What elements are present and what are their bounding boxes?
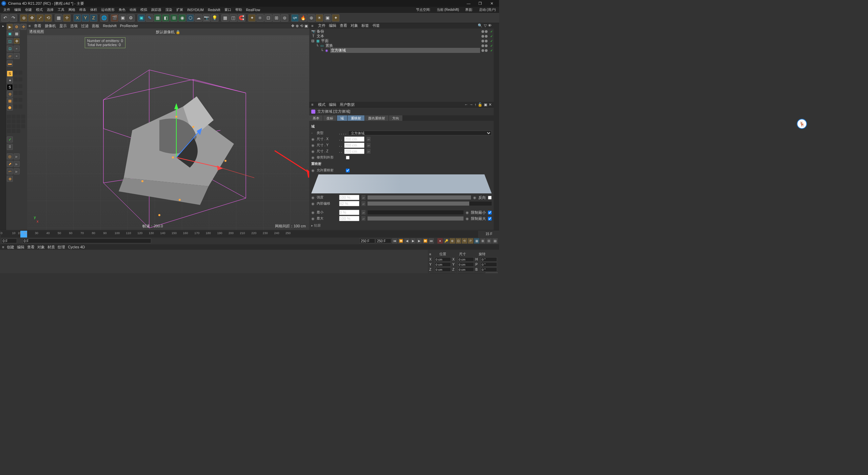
frame-start-a[interactable]	[1, 239, 17, 243]
menu-item[interactable]: 选择	[45, 7, 56, 13]
max-slider[interactable]	[368, 216, 463, 221]
x-axis-button[interactable]: X	[74, 14, 81, 22]
tree-row[interactable]: └ ◉ 立方体域 ✓	[310, 48, 493, 53]
rs-ipr[interactable]: 🔥	[299, 14, 307, 22]
play-back-button[interactable]: ▶	[410, 238, 416, 244]
scale-tool[interactable]: ⤢	[36, 14, 44, 22]
attr-tab[interactable]: 方向	[389, 115, 403, 121]
axis-mode[interactable]: ✥	[14, 38, 20, 44]
snap-toggle[interactable]: 🧲	[238, 14, 245, 22]
attr-menu-item[interactable]: 用户数据	[340, 102, 355, 107]
layout-value[interactable]: 启动 (用户)	[477, 7, 498, 13]
size-y[interactable]	[458, 262, 474, 267]
vp-menu-item[interactable]: ProRender	[120, 24, 138, 28]
pos-x[interactable]	[435, 257, 451, 262]
dots-icon[interactable]: ⠿	[7, 144, 13, 150]
menu-item[interactable]: 窗口	[222, 7, 233, 13]
attr-tab[interactable]: 重映射	[348, 115, 365, 121]
rs-proxy[interactable]: ▣	[324, 14, 331, 22]
menu-item[interactable]: 扩展	[174, 7, 185, 13]
vp-rotate-icon[interactable]: ⟲	[300, 24, 303, 28]
bottom-tab[interactable]: 创建	[7, 245, 14, 250]
menu-item[interactable]: 文件	[1, 7, 12, 13]
nav-2[interactable]: ⬈	[7, 161, 13, 167]
workplane[interactable]: ◫	[230, 14, 237, 22]
vp-menu-item[interactable]: 过滤	[81, 23, 88, 28]
strength-input[interactable]	[339, 195, 359, 200]
spline-pen[interactable]: ✎	[146, 14, 153, 22]
hamburger-icon[interactable]: ≡	[429, 252, 433, 256]
nav-4[interactable]: ⊕	[7, 176, 13, 182]
visibility-icon[interactable]: ✓	[490, 30, 493, 33]
max-input[interactable]	[339, 216, 359, 221]
rotate-tool[interactable]: ⟲	[44, 14, 52, 22]
object-name[interactable]: 置换	[326, 43, 480, 48]
offset-slider[interactable]	[368, 202, 492, 206]
menu-item[interactable]: INSYDIUM	[185, 7, 206, 13]
nav-3[interactable]: ⤺	[7, 168, 13, 174]
obj-menu-item[interactable]: 编辑	[329, 23, 336, 28]
model-mode[interactable]: ▣	[7, 31, 13, 37]
obj-menu-item[interactable]: 文件	[318, 23, 326, 28]
vp-nav-icon[interactable]: ✥	[291, 24, 294, 28]
render-settings[interactable]: ⚙	[127, 14, 135, 22]
menu-item[interactable]: 体积	[88, 7, 99, 13]
bottom-tab[interactable]: 对象	[37, 245, 45, 250]
nav-1[interactable]: ◎	[7, 153, 13, 159]
menu-item[interactable]: 模式	[34, 7, 45, 13]
camera-lock-icon[interactable]: 🔒	[176, 30, 180, 34]
obj-menu-item[interactable]: 书签	[372, 23, 380, 28]
key-rot-button[interactable]: ⟲	[462, 238, 467, 244]
contour-section[interactable]: ▸ 轮廓	[311, 223, 492, 228]
tree-row[interactable]: 📷 备份 ✓	[310, 29, 493, 34]
key-scale-button[interactable]: ⊡	[456, 238, 461, 244]
viewport-canvas[interactable]: Number of emitters: 0 Total live particl…	[27, 35, 309, 230]
bottom-tab[interactable]: 查看	[27, 245, 35, 250]
eye-icon[interactable]: 👁	[488, 23, 492, 28]
next-frame-button[interactable]: ⏩	[422, 238, 428, 244]
attr-tab[interactable]: 基本	[309, 115, 323, 121]
render-region[interactable]: ▣	[119, 14, 126, 22]
apply-button[interactable]: 应用	[486, 272, 498, 273]
rot-b[interactable]	[481, 267, 497, 272]
coord-system[interactable]: 🌐	[100, 14, 108, 22]
hamburger-icon[interactable]: ≡	[311, 102, 313, 107]
menu-item[interactable]: 模拟	[138, 7, 149, 13]
texture-mode[interactable]: ▦	[14, 31, 20, 37]
object-mode[interactable]: ◫	[7, 38, 13, 44]
filter-icon[interactable]: ▽	[484, 23, 487, 28]
obj-menu-item[interactable]: 查看	[340, 23, 347, 28]
allow-remap-checkbox[interactable]	[346, 169, 350, 172]
visibility-icon[interactable]: ✓	[490, 35, 493, 38]
attr-menu-item[interactable]: 模式	[318, 102, 326, 107]
frame-end-a[interactable]	[359, 239, 375, 243]
generator-extrude[interactable]: ◧	[162, 14, 170, 22]
search-icon[interactable]: 🔍	[478, 23, 482, 28]
redo-button[interactable]: ↷	[9, 14, 17, 22]
spinner-icon[interactable]: ▴▾	[367, 149, 371, 154]
obj-menu-item[interactable]: 对象	[351, 23, 358, 28]
xp-s3[interactable]: S	[7, 84, 13, 90]
tree-row[interactable]: ⊟ ▦ 平面 ✓	[310, 39, 493, 43]
generator-boole[interactable]: ◉	[178, 14, 186, 22]
new-icon[interactable]: ▣	[484, 102, 487, 107]
close-icon[interactable]: ✕	[488, 1, 495, 6]
undo-button[interactable]: ↶	[1, 14, 9, 22]
size-x-input[interactable]	[344, 136, 364, 142]
hamburger-icon[interactable]: ≡	[311, 24, 313, 28]
vp-menu-item[interactable]: 选项	[70, 23, 78, 28]
menu-item[interactable]: 角色	[117, 7, 127, 13]
menu-item[interactable]: 运动图形	[99, 7, 117, 13]
limit-min-checkbox[interactable]	[488, 211, 492, 214]
size-x[interactable]	[458, 257, 474, 262]
bottom-tab[interactable]: 编辑	[17, 245, 24, 250]
menu-item[interactable]: 样条	[77, 7, 88, 13]
rot-h[interactable]	[481, 257, 497, 262]
tree-row[interactable]: └ ▭ 置换 ✓	[310, 43, 493, 48]
min-slider[interactable]	[368, 210, 463, 214]
xp-s2[interactable]: ✦	[7, 77, 13, 83]
axis-lock[interactable]: ✛	[63, 14, 71, 22]
size-y-input[interactable]	[344, 142, 364, 148]
remap-gradient[interactable]	[311, 174, 492, 193]
key-pla-button[interactable]: ▦	[474, 238, 479, 244]
